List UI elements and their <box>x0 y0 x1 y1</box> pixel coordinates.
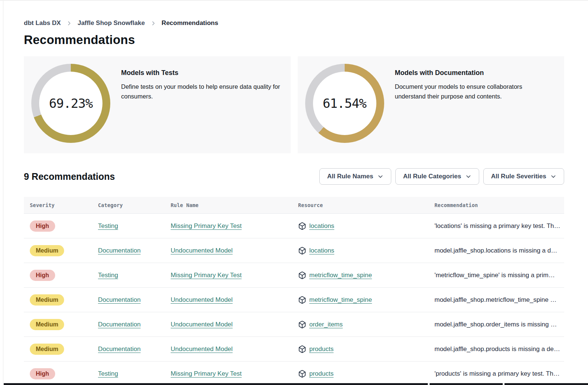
recommendation-text: model.jaffle_shop.products is missing a … <box>434 345 564 353</box>
resource-link[interactable]: locations <box>309 247 334 254</box>
chevron-right-icon <box>66 21 72 26</box>
table-row: High Testing Missing Primary Key Test lo… <box>24 214 564 238</box>
models-with-documentation-donut-chart: 61.54% <box>305 64 384 143</box>
rule-name-link[interactable]: Missing Primary Key Test <box>171 222 242 229</box>
window-left-edge <box>3 1 3 385</box>
recommendations-page: dbt Labs DX Jaffle Shop Snowflake Recomm… <box>0 19 588 385</box>
category-link[interactable]: Testing <box>98 222 118 229</box>
chevron-down-icon <box>377 173 383 179</box>
breadcrumb-item-jaffle-shop-snowflake[interactable]: Jaffle Shop Snowflake <box>78 19 145 27</box>
recommendation-text: 'metricflow_time_spine' is missing a pri… <box>434 272 564 279</box>
breadcrumb: dbt Labs DX Jaffle Shop Snowflake Recomm… <box>24 19 564 27</box>
models-with-tests-card: 69.23% Models with Tests Define tests on… <box>24 56 291 153</box>
resource-link[interactable]: metricflow_time_spine <box>309 296 372 304</box>
models-with-documentation-card: 61.54% Models with Documentation Documen… <box>298 56 565 153</box>
rule-severities-filter-dropdown[interactable]: All Rule Severities <box>483 168 564 185</box>
resource-link[interactable]: locations <box>309 222 334 230</box>
severity-badge: Medium <box>30 245 64 256</box>
table-row: Medium Documentation Undocumented Model … <box>24 288 564 312</box>
category-link[interactable]: Documentation <box>98 296 140 303</box>
recommendation-text: model.jaffle_shop.locations is missing a… <box>434 247 564 254</box>
bottom-cutoff-band <box>4 383 588 385</box>
category-link[interactable]: Documentation <box>98 345 140 353</box>
chevron-down-icon <box>465 173 471 179</box>
rule-name-link[interactable]: Undocumented Model <box>171 296 233 303</box>
card-text: Models with Documentation Document your … <box>395 69 554 101</box>
recommendation-text: model.jaffle_shop.order_items is missing… <box>434 321 564 328</box>
chevron-down-icon <box>550 173 556 179</box>
recommendations-count-heading: 9 Recommendations <box>24 171 115 182</box>
model-cube-icon <box>298 345 306 353</box>
filter-bar: All Rule Names All Rule Categories All R… <box>319 168 564 185</box>
list-header: 9 Recommendations All Rule Names All Rul… <box>24 168 564 185</box>
card-text: Models with Tests Define tests on your m… <box>121 69 280 101</box>
card-description: Define tests on your models to help ensu… <box>121 82 280 101</box>
model-cube-icon <box>298 271 306 279</box>
card-title: Models with Documentation <box>395 69 554 77</box>
model-cube-icon <box>298 296 306 304</box>
rule-name-link[interactable]: Undocumented Model <box>171 321 233 328</box>
recommendation-text: model.jaffle_shop.metricflow_time_spine … <box>434 296 564 304</box>
table-row: High Testing Missing Primary Key Test me… <box>24 263 564 288</box>
breadcrumb-item-recommendations: Recommendations <box>162 19 218 27</box>
model-cube-icon <box>298 370 306 378</box>
card-description: Document your models to ensure collabora… <box>395 82 554 101</box>
severity-badge: High <box>30 368 55 379</box>
rule-categories-filter-dropdown[interactable]: All Rule Categories <box>395 168 479 185</box>
rule-names-filter-dropdown[interactable]: All Rule Names <box>319 168 391 185</box>
rule-name-link[interactable]: Missing Primary Key Test <box>171 272 242 279</box>
chevron-right-icon <box>151 21 156 26</box>
category-link[interactable]: Documentation <box>98 321 140 328</box>
table-header-row: Severity Category Rule Name Resource Rec… <box>24 197 564 214</box>
severity-badge: Medium <box>30 294 64 306</box>
severity-badge: Medium <box>30 319 64 330</box>
table-row: High Testing Missing Primary Key Test pr… <box>24 361 564 385</box>
column-header-category: Category <box>98 202 171 208</box>
column-header-recommendation: Recommendation <box>434 202 564 208</box>
resource-link[interactable]: metricflow_time_spine <box>309 272 372 279</box>
page-title: Recommendations <box>24 33 564 47</box>
models-with-tests-donut-chart: 69.23% <box>31 64 110 143</box>
recommendation-text: 'locations' is missing a primary key tes… <box>434 222 564 230</box>
rule-name-link[interactable]: Undocumented Model <box>171 345 233 353</box>
category-link[interactable]: Documentation <box>98 247 140 254</box>
column-header-resource: Resource <box>298 202 434 208</box>
card-title: Models with Tests <box>121 69 280 77</box>
category-link[interactable]: Testing <box>98 370 118 377</box>
resource-link[interactable]: products <box>309 370 333 378</box>
recommendation-text: 'products' is missing a primary key test… <box>434 370 564 378</box>
resource-link[interactable]: products <box>309 345 333 353</box>
metric-cards: 69.23% Models with Tests Define tests on… <box>24 56 564 153</box>
category-link[interactable]: Testing <box>98 272 118 279</box>
filter-label: All Rule Severities <box>491 173 546 180</box>
severity-badge: Medium <box>30 344 64 355</box>
column-header-severity: Severity <box>30 202 98 208</box>
table-body: High Testing Missing Primary Key Test lo… <box>24 214 564 385</box>
severity-badge: High <box>30 220 55 232</box>
filter-label: All Rule Categories <box>403 173 461 180</box>
donut-hole: 69.23% <box>39 72 102 135</box>
table-row: Medium Documentation Undocumented Model … <box>24 337 564 361</box>
breadcrumb-item-dbt-labs-dx[interactable]: dbt Labs DX <box>24 19 61 27</box>
resource-link[interactable]: order_items <box>309 321 343 328</box>
model-cube-icon <box>298 222 306 230</box>
donut-percentage: 69.23% <box>49 96 93 111</box>
donut-hole: 61.54% <box>313 72 376 135</box>
rule-name-link[interactable]: Missing Primary Key Test <box>171 370 242 377</box>
recommendations-table: Severity Category Rule Name Resource Rec… <box>24 197 564 385</box>
rule-name-link[interactable]: Undocumented Model <box>171 247 233 254</box>
model-cube-icon <box>298 247 306 255</box>
donut-percentage: 61.54% <box>323 96 366 111</box>
table-row: Medium Documentation Undocumented Model … <box>24 312 564 337</box>
filter-label: All Rule Names <box>327 173 373 180</box>
severity-badge: High <box>30 270 55 281</box>
column-header-rule-name: Rule Name <box>171 202 298 208</box>
model-cube-icon <box>298 320 306 329</box>
table-row: Medium Documentation Undocumented Model … <box>24 238 564 263</box>
